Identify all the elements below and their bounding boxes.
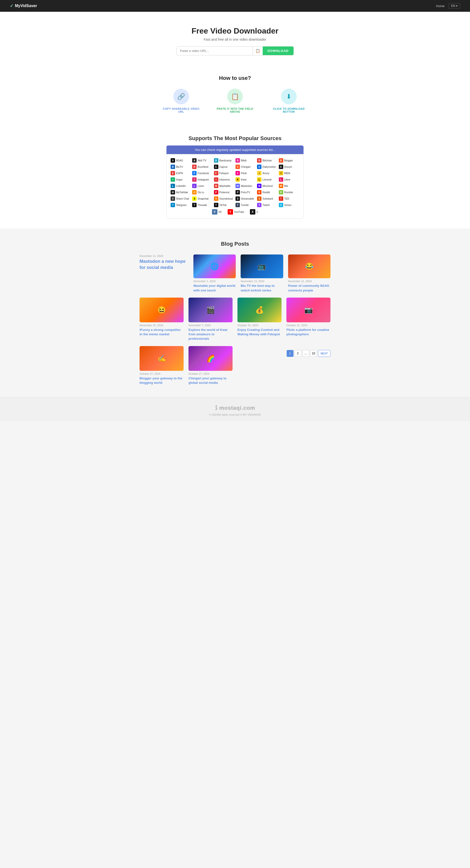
source-item-kwai[interactable]: KKwai	[235, 177, 256, 182]
source-item-ted[interactable]: TTED	[279, 196, 299, 201]
source-item-mixcloud[interactable]: MMixcloud	[257, 184, 278, 188]
source-item-soundcloud[interactable]: SSoundcloud	[214, 196, 235, 201]
blog-title-4: iFunny a strong competitor in the meme m…	[139, 328, 183, 337]
source-item-reddit[interactable]: RReddit	[257, 190, 278, 194]
source-icon: K	[235, 177, 240, 182]
source-icon: M	[279, 184, 283, 188]
source-item-capcut[interactable]: CCapcut	[214, 164, 235, 169]
source-name: Ok.ru	[198, 191, 204, 194]
blog-card-3[interactable]: 😂 November 11, 2024 Power of community 9…	[288, 254, 331, 293]
blog-date-6: October 31, 2024	[237, 324, 281, 327]
blog-card-4[interactable]: 😆 November 10, 2024 iFunny a strong comp…	[139, 298, 183, 341]
source-name: Share Chat	[176, 197, 189, 200]
source-item-facebook[interactable]: FFacebook	[192, 171, 213, 175]
blog-date-8: October 27, 2024	[139, 372, 183, 375]
source-item-linkedin[interactable]: LLinkedIn	[171, 184, 191, 188]
source-item-tumblr[interactable]: TTumblr	[235, 203, 256, 207]
next-page-button[interactable]: NEXT	[318, 350, 331, 357]
source-item-mastodon[interactable]: MMastodon	[235, 184, 256, 188]
blog-title-1: Mashable your digital world with one tou…	[193, 284, 236, 292]
step-3-label: CLICK TO DOWNLOAD BUTTON	[269, 107, 308, 113]
source-item-bottom-youtube[interactable]: YYouTube	[228, 209, 244, 215]
step-2: 📋 PASTE IT INTO THE FIELD ABOVE	[215, 89, 255, 113]
source-item-streamable[interactable]: SStreamable	[235, 196, 256, 201]
source-item-ifunny[interactable]: iifunny	[257, 171, 278, 175]
home-link[interactable]: Home	[436, 4, 444, 8]
how-to-section: How to use? 🔗 COPY SHAREABLE VIDEO URL 📋…	[0, 65, 470, 125]
blog-card-1[interactable]: 🌐 December 1, 2024 Mashable your digital…	[193, 254, 236, 293]
source-icon: I	[279, 171, 283, 175]
blog-thumb-1: 🌐	[193, 254, 236, 278]
source-item-mashable[interactable]: MMashable	[214, 184, 235, 188]
source-item-chingari[interactable]: CChingari	[235, 164, 256, 169]
source-name: Inkesena	[219, 178, 230, 181]
source-item-buzzfeed[interactable]: BBuzzfeed	[192, 164, 213, 169]
source-icon: B	[192, 164, 197, 169]
source-item-telegram[interactable]: TTelegram	[171, 203, 191, 207]
source-item-snapchat[interactable]: SSnapchat	[192, 196, 213, 201]
source-name: Imgur	[176, 178, 182, 181]
source-item-pinterest[interactable]: PPinterest	[214, 190, 235, 194]
blog-card-0[interactable]: December 11, 2024 Mastodon a new hope fo…	[139, 254, 189, 293]
source-item-share-chat[interactable]: SShare Chat	[171, 196, 191, 201]
blog-title-9: Chingari your gateway to global social m…	[189, 376, 233, 385]
source-item-bandcamp[interactable]: BBandcamp	[214, 158, 235, 163]
source-item-rumble[interactable]: RRumble	[279, 190, 299, 194]
source-item-twitch[interactable]: TTwitch	[257, 203, 278, 207]
sources-heading: Supports The Most Popular Sources	[5, 135, 465, 142]
language-button[interactable]: EN ▾	[448, 3, 460, 8]
source-item-inkesena[interactable]: IInkesena	[214, 177, 235, 182]
source-item-blutv[interactable]: BBluTV	[171, 164, 191, 169]
source-item-puhutv[interactable]: PPuhuTV	[235, 190, 256, 194]
source-item-bibib[interactable]: BBibib	[235, 158, 256, 163]
source-name: Febspot	[219, 172, 229, 175]
source-item-bottom-x[interactable]: XX	[250, 209, 258, 215]
source-item-flickr[interactable]: FFlickr	[235, 171, 256, 175]
page-10-button[interactable]: 10	[310, 350, 317, 357]
blog-card-5[interactable]: 🎬 November 7, 2024 Explore the world of …	[189, 298, 233, 341]
how-to-heading: How to use?	[5, 75, 465, 81]
source-item-loom[interactable]: LLoom	[192, 184, 213, 188]
source-icon: C	[214, 164, 219, 169]
blog-card-6[interactable]: 💰 October 31, 2024 Enjoy Creating Conten…	[237, 298, 281, 341]
source-item-vimeo[interactable]: VVimeo	[279, 203, 299, 207]
source-icon: B	[235, 158, 240, 163]
source-item-ok.ru[interactable]: OOk.ru	[192, 190, 213, 194]
source-icon: T	[257, 203, 262, 207]
blog-card-2[interactable]: 📺 November 13, 2024 Blu TV the best way …	[241, 254, 283, 293]
source-item-imgur[interactable]: IImgur	[171, 177, 191, 182]
source-item-douyin[interactable]: DDouyin	[279, 164, 299, 169]
source-item-dailymotion[interactable]: DDailymotion	[257, 164, 278, 169]
source-item-threads[interactable]: TThreads	[192, 203, 213, 207]
source-item-blogger[interactable]: BBlogger	[279, 158, 299, 163]
footer: دُ mostaqi.com © 2024All rights reserved…	[0, 397, 470, 421]
source-icon: F	[235, 171, 240, 175]
source-item-tiktok[interactable]: TTikTok	[214, 203, 235, 207]
source-name: Tumblr	[241, 204, 249, 207]
video-url-input[interactable]	[176, 46, 253, 55]
blog-card-9[interactable]: 🌈 October 27, 2024 Chingari your gateway…	[189, 346, 233, 385]
blog-thumb-2: 📺	[241, 254, 283, 278]
source-item-febspot[interactable]: FFebspot	[214, 171, 235, 175]
page-2-button[interactable]: 2	[295, 350, 301, 357]
source-item-bitchute[interactable]: BBitchute	[257, 158, 278, 163]
source-item-instagram[interactable]: IInstagram	[192, 177, 213, 182]
blog-date-9: October 27, 2024	[189, 372, 233, 375]
paste-button[interactable]: 📋	[253, 46, 263, 55]
blog-card-7[interactable]: 📷 October 31, 2024 Flickr a platform for…	[287, 298, 331, 341]
source-item-9gag[interactable]: 99GAG	[171, 158, 191, 163]
source-item-mytoknak[interactable]: MMyTokNak	[171, 190, 191, 194]
source-item-mix[interactable]: MMix	[279, 184, 299, 188]
source-item-imdb[interactable]: IIMDb	[279, 171, 299, 175]
download-button[interactable]: DOWNLOAD	[263, 46, 294, 55]
source-item-akili-tv[interactable]: AAkili TV	[192, 158, 213, 163]
source-item-likee[interactable]: LLikee	[279, 177, 299, 182]
source-item-substack[interactable]: SSubstack	[257, 196, 278, 201]
hero-title: Free Video Downloader	[5, 27, 465, 35]
page-1-button[interactable]: 1	[287, 350, 294, 357]
source-item-espn[interactable]: EESPN	[171, 171, 191, 175]
source-item-bottom-vk[interactable]: VVK	[212, 209, 222, 215]
source-item-limondi[interactable]: LLimondi	[257, 177, 278, 182]
source-icon: L	[192, 184, 197, 188]
blog-card-8[interactable]: ✍️ October 27, 2024 Blogger your gateway…	[139, 346, 183, 385]
